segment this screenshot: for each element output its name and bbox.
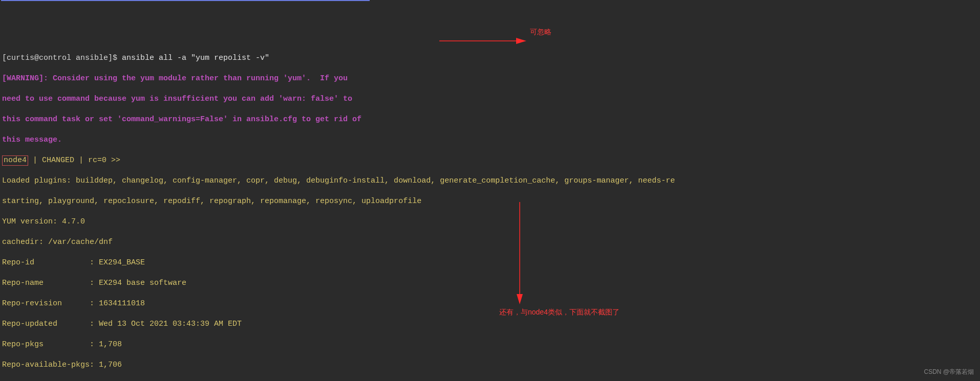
warning-line-4: this message. [2, 135, 978, 145]
svg-marker-1 [516, 38, 526, 44]
repo1-updated: Repo-updated : Wed 13 Oct 2021 03:43:39 … [2, 319, 978, 329]
svg-marker-3 [517, 294, 523, 304]
arrow-bottom-icon [515, 192, 525, 315]
repo1-revision: Repo-revision : 1634111018 [2, 299, 978, 309]
annotation-bottom: 还有，与node4类似，下面就不截图了 [499, 307, 620, 317]
node-status-line: node4 | CHANGED | rc=0 >> [2, 155, 978, 166]
output-yum-version: YUM version: 4.7.0 [2, 217, 978, 227]
repo1-id: Repo-id : EX294_BASE [2, 258, 978, 268]
repo1-pkgs: Repo-pkgs : 1,708 [2, 340, 978, 350]
annotation-top: 可忽略 [530, 27, 551, 37]
output-cachedir: cachedir: /var/cache/dnf [2, 237, 978, 248]
shell-command[interactable]: ansible all -a "yum repolist -v" [122, 54, 269, 62]
repo1-name: Repo-name : EX294 base software [2, 278, 978, 288]
node-status-rest: | CHANGED | rc=0 >> [28, 156, 120, 165]
warning-line-1: [WARNING]: Consider using the yum module… [2, 74, 978, 84]
warning-line-2: need to use command because yum is insuf… [2, 94, 978, 104]
window-top-border [1, 0, 370, 1]
repo1-available: Repo-available-pkgs: 1,706 [2, 360, 978, 370]
arrow-top-icon [439, 26, 526, 56]
node-name-box: node4 [2, 155, 28, 166]
warning-line-3: this command task or set 'command_warnin… [2, 115, 978, 125]
output-plugins-1: Loaded plugins: builddep, changelog, con… [2, 176, 978, 186]
prompt-user-host: [curtis@control ansible]$ [2, 54, 117, 62]
watermark-text: CSDN @帝落若烟 [924, 367, 974, 377]
output-plugins-2: starting, playground, repoclosure, repod… [2, 196, 978, 207]
